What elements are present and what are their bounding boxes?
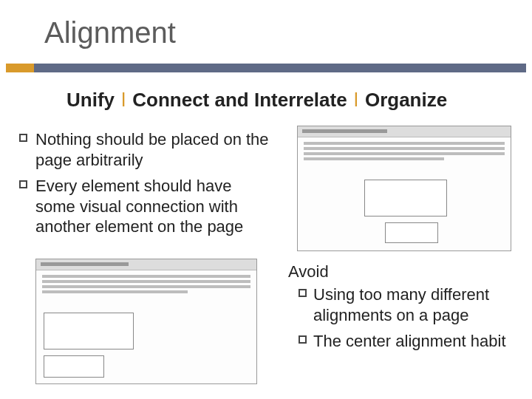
figure-left-aligned-example [35,259,257,384]
figure-box [44,355,104,378]
figure-centered-example [297,126,511,251]
subtitle-separator: l [352,89,360,111]
figure-box [385,222,438,243]
subtitle: Unify l Connect and Interrelate l Organi… [66,89,525,112]
subtitle-part-1: Unify [66,89,115,111]
subtitle-separator: l [120,89,127,111]
slide: Alignment Unify l Connect and Interrelat… [0,0,532,399]
subtitle-part-3: Organize [365,89,447,111]
figure-header-bar [298,126,511,137]
figure-paragraph-placeholder [42,275,250,293]
avoid-heading: Avoid [288,262,517,282]
slide-title: Alignment [44,16,176,50]
title-rule-accent [6,64,34,72]
figure-paragraph-placeholder [304,142,505,160]
list-item: Nothing should be placed on the page arb… [16,129,273,170]
figure-header-bar [36,259,256,270]
bullets-right: Avoid Using too many different alignment… [288,262,517,358]
list-item: The center alignment habit [288,331,517,352]
figure-box [364,180,447,216]
figure-box [44,313,134,349]
title-rule [6,64,526,72]
bullets-left: Nothing should be placed on the page arb… [16,129,273,243]
subtitle-part-2: Connect and Interrelate [132,89,347,111]
list-item: Using too many different alignments on a… [288,284,517,325]
list-item: Every element should have some visual co… [16,176,273,237]
